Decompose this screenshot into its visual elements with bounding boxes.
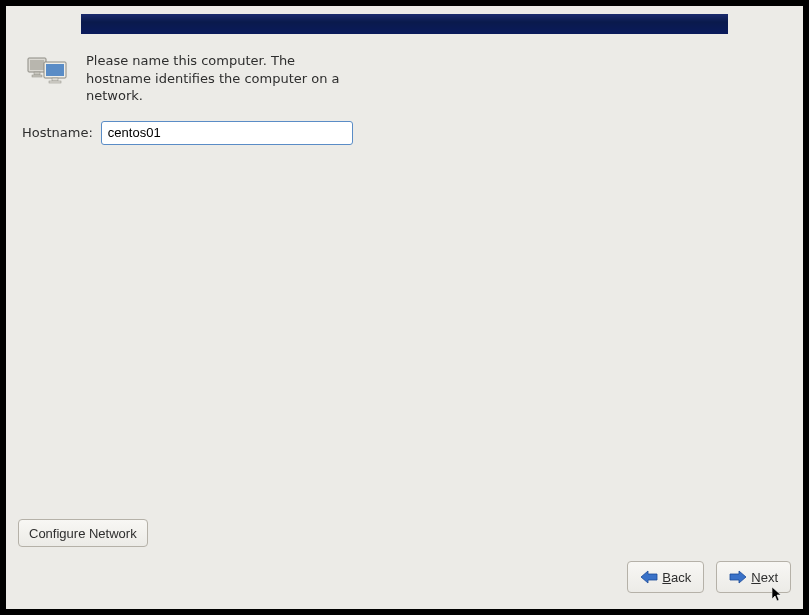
back-button[interactable]: Back [627, 561, 704, 593]
hostname-row: Hostname: [18, 121, 791, 145]
next-button[interactable]: Next [716, 561, 791, 593]
hostname-input[interactable] [101, 121, 353, 145]
installer-window: Please name this computer. The hostname … [6, 6, 803, 609]
hostname-label: Hostname: [22, 125, 93, 140]
configure-network-label: Configure Network [29, 526, 137, 541]
svg-rect-1 [30, 60, 44, 70]
svg-rect-7 [49, 81, 61, 83]
nav-row: Back Next [627, 561, 791, 593]
next-label: Next [751, 570, 778, 585]
intro-text: Please name this computer. The hostname … [86, 52, 346, 105]
back-label: Back [662, 570, 691, 585]
svg-rect-3 [32, 75, 42, 77]
computer-icon [26, 52, 74, 92]
svg-rect-6 [52, 78, 58, 81]
arrow-right-icon [729, 570, 747, 584]
content-area: Please name this computer. The hostname … [6, 34, 803, 609]
header-banner [81, 14, 728, 34]
svg-rect-2 [34, 72, 40, 75]
svg-rect-5 [46, 64, 64, 76]
configure-network-button[interactable]: Configure Network [18, 519, 148, 547]
arrow-left-icon [640, 570, 658, 584]
intro-row: Please name this computer. The hostname … [18, 52, 791, 105]
